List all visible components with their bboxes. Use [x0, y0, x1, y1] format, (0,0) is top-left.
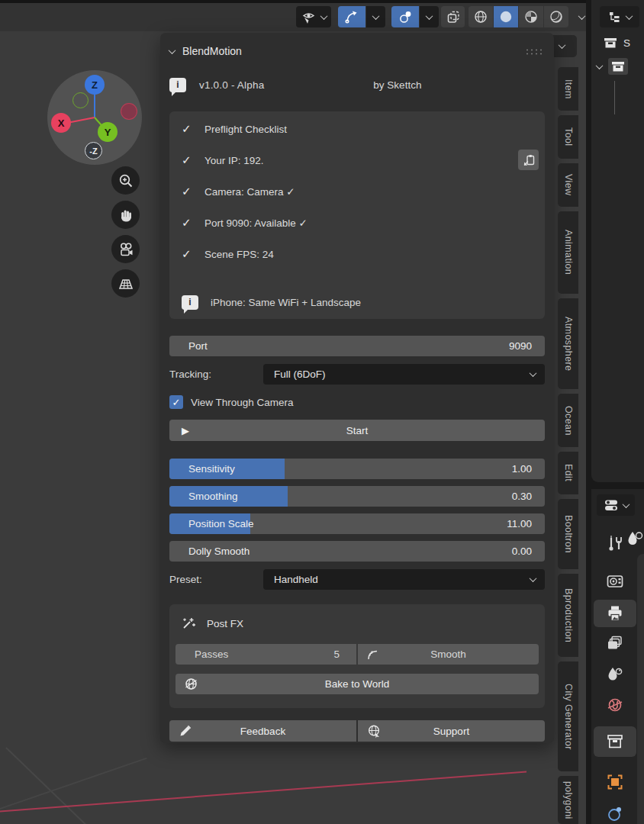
rendered-sphere-icon — [549, 9, 564, 24]
properties-tab-output[interactable] — [594, 600, 636, 627]
author-label: by Skettch — [373, 79, 421, 91]
checklist-row: ✓ Camera: Camera ✓ — [182, 182, 536, 201]
port-field[interactable]: Port 9090 — [169, 336, 545, 356]
sensitivity-slider[interactable]: Sensitivity 1.00 — [169, 459, 545, 479]
gizmo-axis-neg-x[interactable] — [121, 103, 137, 120]
sidebar-tab-ocean[interactable]: Ocean — [558, 394, 578, 447]
collection-box-icon — [610, 60, 626, 73]
navigation-gizmo[interactable]: Z X Y -Z — [47, 70, 142, 165]
position-scale-slider[interactable]: Position Scale 11.00 — [169, 513, 545, 534]
outliner-tree-icon — [607, 10, 621, 24]
postfx-title: Post FX — [207, 618, 243, 629]
chevron-down-icon — [596, 62, 604, 69]
chevron-down-icon — [372, 12, 380, 20]
panel-expand-icon[interactable] — [169, 47, 176, 54]
chevron-down-icon — [530, 575, 537, 582]
render-camera-icon — [606, 573, 624, 590]
properties-tab-collection[interactable] — [594, 726, 636, 757]
view-through-camera-label: View Through Camera — [191, 397, 294, 408]
check-icon: ✓ — [182, 122, 204, 136]
properties-editor — [591, 489, 644, 824]
editor-separator[interactable] — [591, 482, 644, 489]
slider-label: Smoothing — [188, 486, 238, 507]
sidebar-tab-tool[interactable]: Tool — [558, 115, 578, 159]
properties-tab-view-layer[interactable] — [594, 629, 636, 657]
tracking-dropdown[interactable]: Full (6DoF) — [263, 364, 545, 385]
zoom-button[interactable] — [111, 166, 140, 195]
properties-tab-world[interactable] — [594, 691, 636, 719]
sidebar-tab-polygoni[interactable]: polygoni — [558, 776, 578, 824]
shading-material-button[interactable] — [519, 6, 543, 27]
gizmo-axis-y[interactable]: Y — [98, 122, 118, 142]
chevron-down-icon — [558, 41, 565, 49]
collection-selected-item[interactable] — [608, 58, 628, 75]
tracking-row: Tracking: Full (6DoF) — [169, 364, 545, 385]
checklist-text: Your IP: 192. — [204, 155, 264, 166]
grid-toggle-button[interactable] — [111, 269, 140, 298]
sidebar-tab-bproduction[interactable]: Bproduction — [558, 574, 578, 657]
snap-toggle-button[interactable] — [338, 6, 365, 27]
smooth-label: Smooth — [430, 649, 466, 660]
properties-tab-scene[interactable] — [594, 660, 636, 687]
gizmo-axis-x[interactable]: X — [51, 113, 71, 133]
bake-to-world-button[interactable]: Bake to World — [175, 674, 539, 694]
feedback-button[interactable]: Feedback — [169, 720, 356, 742]
overlays-toggle-button[interactable] — [441, 6, 465, 27]
proportional-circles-icon — [398, 9, 413, 24]
support-button[interactable]: Support — [358, 720, 545, 742]
sidebar-tab-animation[interactable]: Animation — [558, 211, 578, 294]
preset-row: Preset: Handheld — [169, 569, 545, 590]
outliner-editor-type-button[interactable] — [600, 6, 639, 27]
viewport-header — [0, 3, 588, 31]
properties-tab-tool[interactable] — [594, 529, 636, 557]
output-printer-icon — [606, 604, 624, 623]
gizmo-axis-neg-z[interactable]: -Z — [85, 142, 102, 159]
info-icon: i — [169, 78, 186, 92]
postfx-header: Post FX — [175, 613, 539, 633]
sidebar-tab-atmosphere[interactable]: Atmosphere — [558, 298, 578, 389]
version-row: i v1.0.0 - Alpha by Skettch — [169, 75, 545, 95]
properties-editor-type-button[interactable] — [597, 494, 635, 516]
slider-label: Dolly Smooth — [188, 541, 250, 562]
smooth-button[interactable]: Smooth — [358, 644, 539, 665]
smoothing-slider[interactable]: Smoothing 0.30 — [169, 486, 545, 507]
chevron-down-icon — [530, 369, 537, 377]
panel-grip-handle[interactable] — [525, 48, 545, 55]
sidebar-tab-item[interactable]: Item — [558, 67, 578, 111]
properties-tab-physics[interactable] — [594, 800, 636, 824]
passes-stepper[interactable]: Passes 5 — [175, 644, 356, 665]
sidebar-tab-booltron[interactable]: Booltron — [558, 499, 578, 569]
shading-rendered-button[interactable] — [544, 6, 568, 27]
eye-cursor-icon — [301, 8, 317, 25]
shading-solid-button[interactable] — [494, 6, 518, 27]
sidebar-tab-view[interactable]: View — [558, 163, 578, 207]
collection-row[interactable] — [597, 58, 628, 75]
proportional-editing-button[interactable] — [391, 6, 419, 27]
properties-tab-object[interactable] — [594, 768, 636, 796]
chevron-down-icon — [578, 12, 585, 20]
editor-separator[interactable] — [586, 0, 591, 824]
gizmo-axis-z[interactable]: Z — [85, 75, 105, 95]
preset-label: Preset: — [169, 574, 263, 585]
smooth-curve-icon — [365, 647, 381, 662]
panel-header[interactable]: BlendMotion — [169, 42, 545, 60]
shading-wireframe-button[interactable] — [469, 6, 493, 27]
checklist-row: ✓ Your IP: 192. — [182, 150, 536, 170]
proportional-options-dropdown[interactable] — [420, 6, 439, 27]
camera-view-button[interactable] — [111, 235, 140, 263]
dolly-smooth-slider[interactable]: Dolly Smooth 0.00 — [169, 541, 545, 562]
view-through-camera-checkbox[interactable]: ✓ — [169, 395, 183, 409]
start-button[interactable]: ▶ Start — [169, 420, 545, 441]
solid-sphere-icon — [498, 9, 514, 24]
copy-ip-button[interactable] — [518, 150, 539, 170]
snap-options-dropdown[interactable] — [366, 6, 385, 27]
sidebar-tab-city-generator[interactable]: City Generator — [558, 661, 578, 771]
pan-button[interactable] — [111, 201, 140, 229]
scene-collection-row[interactable]: S — [603, 36, 630, 50]
sidebar-tab-edit[interactable]: Edit — [558, 452, 578, 494]
gizmo-axis-neg-y[interactable] — [72, 92, 89, 108]
properties-tab-render[interactable] — [594, 568, 636, 595]
visibility-toggle-button[interactable] — [296, 6, 331, 27]
grid-line — [0, 758, 147, 811]
preset-dropdown[interactable]: Handheld — [263, 569, 545, 590]
